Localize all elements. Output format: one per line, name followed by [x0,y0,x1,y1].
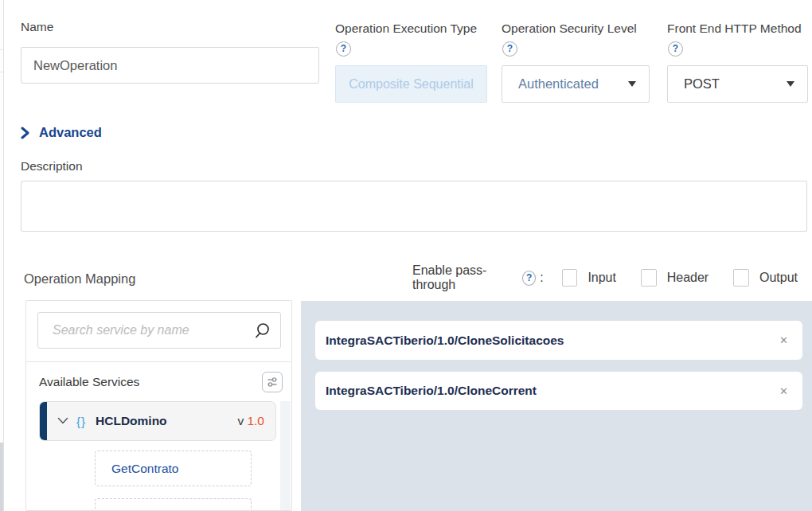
service-search-box [37,312,281,349]
execution-type-label: Operation Execution Type [335,21,477,36]
version-number: 1.0 [247,414,264,427]
service-view-toggle-icon[interactable] [262,372,283,392]
pass-through-header-label: Header [667,271,709,285]
http-method-select[interactable]: POST [667,65,808,103]
search-icon[interactable] [253,322,271,339]
help-icon[interactable]: ? [502,41,517,57]
caret-down-icon [628,81,636,87]
pass-through-output-label: Output [759,271,798,285]
operation-button-label: GetContrato [111,462,178,476]
mapped-service-path: IntegraSACTiberio/1.0/CloneCorrent [326,384,776,398]
pass-through-input-checkbox[interactable] [562,269,578,287]
service-accent-bar [40,402,47,440]
execution-type-value: Composite Sequential [335,65,487,103]
service-group-hcldomino[interactable]: {} HCLDomino v 1.0 [39,401,276,441]
advanced-label: Advanced [39,125,102,140]
available-services-header: Available Services [26,362,291,401]
json-service-icon: {} [76,415,86,428]
description-label: Description [21,159,83,174]
caret-down-icon [787,81,794,87]
remove-icon[interactable]: ✕ [776,383,791,400]
pass-through-input-label: Input [588,271,616,285]
service-name: HCLDomino [96,414,237,428]
operation-getcontrato-button[interactable]: GetContrato [95,451,252,486]
name-label: Name [21,20,53,34]
pass-through-header-checkbox[interactable] [641,269,657,287]
mapped-service-path: IntegraSACTiberio/1.0/CloneSolicitacoes [326,334,776,348]
edge-divider [0,49,3,50]
services-panel: Available Services {} HCLDomino v 1.0 [25,300,292,511]
edge-fragment [0,443,3,511]
security-level-select[interactable]: Authenticated [502,65,650,103]
security-level-value: Authenticated [518,76,628,92]
operation-mapping-canvas: IntegraSACTiberio/1.0/CloneSolicitacoes … [301,301,812,511]
operation-mapping-title: Operation Mapping [24,271,135,287]
available-services-label: Available Services [39,375,262,389]
help-icon[interactable]: ? [522,271,536,286]
description-input[interactable] [21,181,807,232]
help-icon[interactable]: ? [668,41,683,57]
chevron-down-icon[interactable] [57,417,68,425]
version-prefix: v [237,414,244,427]
scrollbar-gutter[interactable] [280,401,291,510]
operation-editor-page: Name Operation Execution Type ? Composit… [0,0,812,511]
http-method-label: Front End HTTP Method [667,21,802,36]
pass-through-output-checkbox[interactable] [733,269,749,287]
edge-divider [0,72,3,72]
advanced-toggle[interactable]: Advanced [21,125,102,140]
pass-through-separator: : [540,271,543,285]
left-panel-edge [0,0,4,511]
security-level-label: Operation Security Level [502,21,637,36]
pass-through-row: Enable pass-through ? : Input Header Out… [412,267,812,288]
operation-button-partial[interactable] [95,498,252,511]
service-version: v 1.0 [237,414,264,428]
chevron-right-icon [21,127,29,139]
pass-through-label: Enable pass-through [412,263,517,292]
help-icon[interactable]: ? [336,41,351,57]
sliders-icon [266,376,279,388]
name-input[interactable] [21,47,319,84]
mapped-service-row[interactable]: IntegraSACTiberio/1.0/CloneCorrent ✕ [315,372,802,410]
mapped-service-row[interactable]: IntegraSACTiberio/1.0/CloneSolicitacoes … [315,321,802,360]
service-search-input[interactable] [51,322,253,338]
remove-icon[interactable]: ✕ [776,332,791,349]
http-method-value: POST [684,76,787,92]
